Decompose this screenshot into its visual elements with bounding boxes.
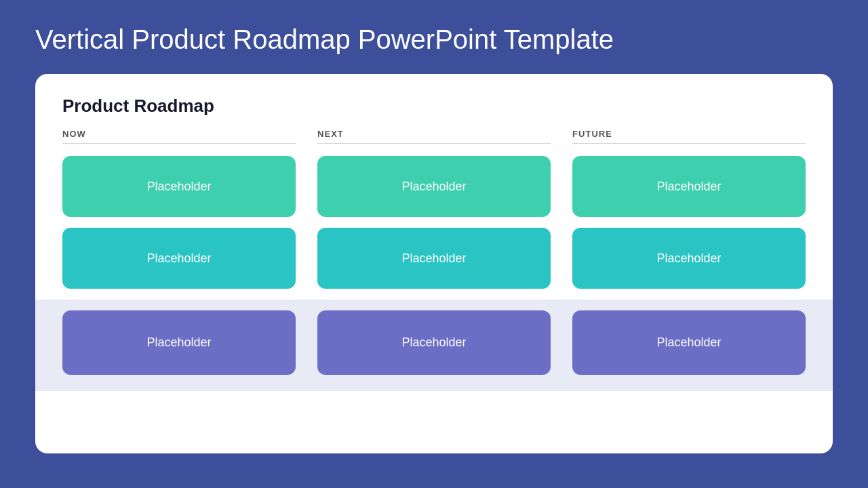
column-header-next: NEXT (317, 129, 551, 139)
column-header-now: NOW (62, 129, 296, 139)
tile-next-3[interactable]: Placeholder (317, 310, 551, 375)
column-divider-next (317, 143, 551, 144)
column-header-future: FUTURE (572, 129, 806, 139)
tile-now-2[interactable]: Placeholder (62, 228, 296, 289)
tile-now-1[interactable]: Placeholder (62, 156, 296, 217)
column-now: NOW Placeholder Placeholder (62, 129, 296, 300)
page-title: Vertical Product Roadmap PowerPoint Temp… (0, 0, 868, 74)
tile-next-2[interactable]: Placeholder (317, 228, 551, 289)
tile-future-2[interactable]: Placeholder (572, 228, 806, 289)
roadmap-heading: Product Roadmap (62, 96, 806, 117)
column-next: NEXT Placeholder Placeholder (317, 129, 551, 300)
column-future: FUTURE Placeholder Placeholder (572, 129, 806, 300)
roadmap-card: Product Roadmap NOW Placeholder Placehol… (35, 74, 833, 453)
tile-future-1[interactable]: Placeholder (572, 156, 806, 217)
bottom-section: Placeholder Placeholder Placeholder (35, 300, 833, 391)
tile-future-3[interactable]: Placeholder (572, 310, 806, 375)
column-divider-now (62, 143, 296, 144)
tile-next-1[interactable]: Placeholder (317, 156, 551, 217)
column-divider-future (572, 143, 806, 144)
tile-now-3[interactable]: Placeholder (62, 310, 296, 375)
columns-wrapper: NOW Placeholder Placeholder NEXT Placeho… (62, 129, 806, 300)
